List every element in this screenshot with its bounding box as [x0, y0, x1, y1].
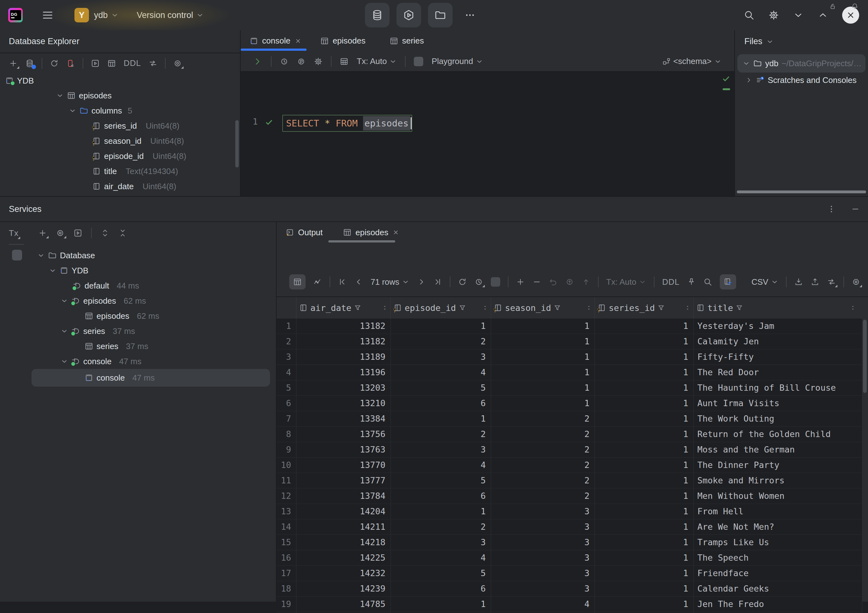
table-cell[interactable]: The Dinner Party	[694, 458, 862, 473]
table-cell[interactable]: 3	[491, 550, 595, 565]
settings-gear-icon[interactable]	[768, 10, 779, 20]
row-number[interactable]: 4	[277, 365, 296, 380]
table-cell[interactable]: 1	[491, 319, 595, 334]
submit-button[interactable]	[565, 277, 574, 286]
first-page-button[interactable]	[338, 277, 347, 286]
project-name[interactable]: ydb	[94, 11, 108, 20]
database-tool-button[interactable]	[365, 3, 389, 28]
table-cell[interactable]: 1	[595, 334, 694, 349]
table-cell[interactable]: 14204	[296, 504, 391, 519]
row-number-header[interactable]	[277, 297, 296, 319]
open-table-button[interactable]	[107, 59, 116, 68]
filter-funnel-icon[interactable]	[459, 304, 466, 311]
column-header-season-id[interactable]: season_id	[491, 297, 595, 319]
datasource-properties-button[interactable]	[25, 59, 34, 68]
table-cell[interactable]: 6	[391, 581, 491, 596]
table-cell[interactable]: 1	[595, 411, 694, 426]
table-cell[interactable]: 6	[391, 488, 491, 503]
files-item-ydb-root[interactable]: ydb ~/DataGripProjects/ydb	[738, 54, 865, 73]
table-cell[interactable]: 13777	[296, 473, 391, 488]
chevron-down-icon[interactable]	[60, 327, 68, 335]
table-cell[interactable]: 1	[595, 519, 694, 534]
explorer-scrollbar[interactable]	[235, 120, 239, 167]
table-cell[interactable]: Yesterday's Jam	[694, 319, 862, 334]
table-cell[interactable]: Tramps Like Us	[694, 535, 862, 550]
table-cell[interactable]: 2	[391, 427, 491, 442]
table-cell[interactable]: 2	[391, 334, 491, 349]
chevron-down-icon[interactable]	[69, 107, 76, 115]
chevron-down-icon[interactable]	[60, 358, 68, 365]
row-number[interactable]: 11	[277, 473, 296, 488]
tab-output[interactable]: Output	[277, 222, 322, 243]
row-number[interactable]: 5	[277, 380, 296, 395]
table-cell[interactable]: 3	[391, 442, 491, 457]
table-cell[interactable]: 13756	[296, 427, 391, 442]
find-in-grid-button[interactable]	[703, 277, 712, 286]
main-menu-button[interactable]	[42, 9, 54, 21]
refresh-button[interactable]	[50, 59, 59, 68]
table-cell[interactable]: 2	[491, 411, 595, 426]
column-header-title[interactable]: title	[694, 297, 862, 319]
window-restore-down-icon[interactable]	[793, 10, 804, 20]
table-cell[interactable]: Moss and the German	[694, 442, 862, 457]
table-cell[interactable]: 1	[595, 597, 694, 612]
table-cell[interactable]: Fifty-Fifty	[694, 349, 862, 365]
table-cell[interactable]: 13210	[296, 396, 391, 411]
services-item-database[interactable]: Database	[0, 248, 313, 263]
row-number[interactable]: 18	[277, 581, 296, 596]
table-cell[interactable]: 1	[595, 442, 694, 457]
table-row[interactable]: 1714232531Friendface	[277, 566, 862, 581]
tab-series[interactable]: series	[366, 30, 424, 51]
table-cell[interactable]: 1	[595, 396, 694, 411]
disconnect-button[interactable]	[66, 59, 75, 68]
upload-changes-button[interactable]	[581, 277, 591, 286]
table-cell[interactable]: 1	[491, 349, 595, 365]
table-row[interactable]: 913763321Moss and the German	[277, 442, 862, 458]
tab-episodes-result[interactable]: episodes	[322, 222, 400, 243]
table-cell[interactable]: 1	[595, 566, 694, 581]
row-number[interactable]: 19	[277, 597, 296, 612]
services-item-console-selected[interactable]: console47 ms	[31, 369, 270, 387]
import-data-button[interactable]	[811, 277, 820, 286]
table-cell[interactable]: 2	[491, 442, 595, 457]
table-cell[interactable]: 1	[595, 319, 694, 334]
files-panel-title[interactable]: Files	[744, 37, 763, 46]
table-cell[interactable]: 1	[595, 488, 694, 503]
table-cell[interactable]: 1	[491, 380, 595, 395]
stop-button[interactable]	[414, 57, 423, 66]
table-cell[interactable]: 3	[391, 349, 491, 365]
close-icon[interactable]	[392, 229, 400, 236]
table-cell[interactable]: 1	[595, 458, 694, 473]
grid-view-options-button[interactable]	[852, 277, 860, 286]
chevron-down-icon[interactable]	[742, 60, 750, 67]
table-cell[interactable]: Return of the Golden Child	[694, 427, 862, 442]
table-cell[interactable]: 2	[491, 458, 595, 473]
sql-statement[interactable]: SELECT * FROM episodes	[282, 115, 412, 132]
column-header-air-date[interactable]: air_date	[296, 297, 391, 319]
table-cell[interactable]: 13763	[296, 442, 391, 457]
table-cell[interactable]: 13189	[296, 349, 391, 365]
table-row[interactable]: 1514218331Tramps Like Us	[277, 535, 862, 550]
table-row[interactable]: 1314204131From Hell	[277, 504, 862, 519]
export-format-dropdown[interactable]: CSV	[751, 277, 778, 287]
chevron-down-icon[interactable]	[56, 92, 64, 99]
window-maximize-icon[interactable]	[818, 10, 828, 20]
table-cell[interactable]: 1	[491, 396, 595, 411]
column-header-episode-id[interactable]: episode_id	[391, 297, 491, 319]
compare-data-button[interactable]	[827, 277, 836, 286]
export-data-button[interactable]	[794, 277, 803, 286]
sort-toggle-icon[interactable]	[585, 304, 593, 311]
settings-icon[interactable]	[314, 57, 322, 66]
row-number[interactable]: 16	[277, 550, 296, 565]
table-cell[interactable]: Men Without Women	[694, 488, 862, 503]
sort-toggle-icon[interactable]	[684, 304, 691, 311]
table-cell[interactable]: 3	[491, 519, 595, 534]
table-cell[interactable]: 1	[391, 597, 491, 612]
table-cell[interactable]: 13384	[296, 411, 391, 426]
files-item-scratches[interactable]: Scratches and Consoles	[738, 73, 865, 88]
chevron-down-icon[interactable]	[37, 252, 45, 259]
profile-icon[interactable]	[297, 57, 305, 66]
history-icon[interactable]	[280, 57, 288, 66]
notifications-bell-icon[interactable]	[851, 3, 859, 10]
row-number[interactable]: 6	[277, 396, 296, 411]
